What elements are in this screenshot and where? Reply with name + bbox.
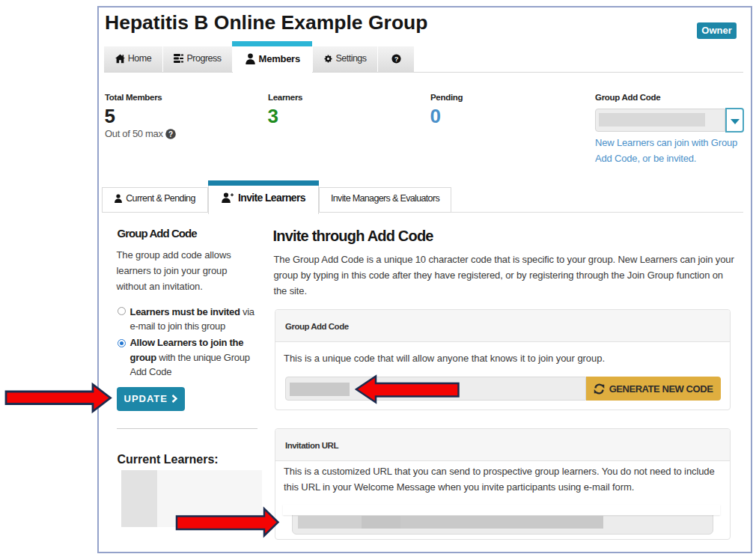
svg-text:?: ? xyxy=(168,130,173,139)
svg-text:?: ? xyxy=(394,55,398,62)
